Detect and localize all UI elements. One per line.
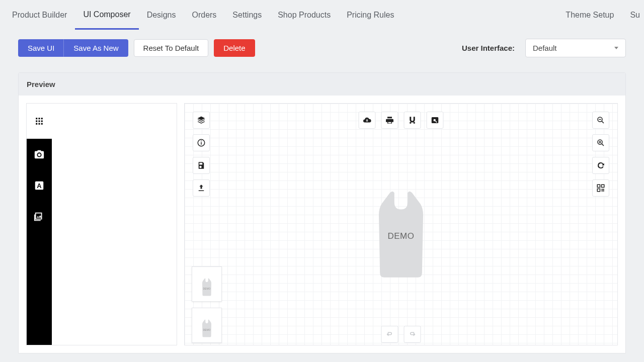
svg-rect-2 — [41, 118, 43, 119]
cloud-download-icon[interactable] — [359, 112, 376, 129]
chevron-down-icon — [614, 47, 618, 49]
thumb-label: DEMO — [203, 287, 211, 290]
magnet-icon[interactable] — [404, 112, 421, 129]
preview-title: Preview — [19, 73, 625, 96]
svg-rect-20 — [597, 189, 600, 192]
save-ui-button[interactable]: Save UI — [18, 39, 64, 57]
zoom-out-icon[interactable] — [592, 112, 609, 129]
svg-rect-4 — [39, 121, 40, 122]
svg-rect-23 — [602, 191, 603, 192]
zoom-in-icon[interactable] — [592, 134, 609, 151]
tool-strip: A — [27, 104, 52, 345]
tab-pricing-rules[interactable]: Pricing Rules — [339, 1, 402, 29]
svg-rect-6 — [36, 123, 37, 125]
thumb-label: DEMO — [203, 328, 211, 331]
left-rail: A — [26, 103, 177, 345]
right-tool-column — [592, 112, 609, 197]
tab-shop-products[interactable]: Shop Products — [270, 1, 339, 29]
tab-orders[interactable]: Orders — [184, 1, 224, 29]
svg-rect-19 — [602, 185, 604, 187]
svg-rect-21 — [602, 189, 603, 190]
save-button-group: Save UI Save As New — [18, 39, 128, 57]
svg-rect-24 — [603, 189, 604, 190]
svg-rect-18 — [597, 185, 600, 187]
svg-rect-0 — [36, 118, 37, 119]
ui-select[interactable]: Default — [525, 39, 626, 57]
qr-icon[interactable] — [592, 179, 609, 197]
left-tool-column — [193, 112, 210, 197]
reset-button[interactable]: Reset To Default — [134, 39, 209, 57]
top-tool-row — [359, 112, 444, 129]
canvas[interactable]: DEMO DEMO DEMO — [184, 103, 618, 345]
product-preview: DEMO — [373, 189, 429, 282]
thumb-front[interactable]: DEMO — [192, 266, 222, 302]
top-nav: Product Builder UI Composer Designs Orde… — [0, 0, 644, 30]
camera-icon[interactable] — [27, 139, 52, 170]
ui-select-label: User Interface: — [462, 44, 515, 52]
svg-rect-7 — [39, 123, 40, 125]
save-icon[interactable] — [193, 157, 210, 174]
tab-settings[interactable]: Settings — [224, 1, 270, 29]
image-icon[interactable] — [27, 201, 52, 232]
svg-rect-12 — [201, 142, 202, 145]
view-thumbnails: DEMO DEMO — [192, 266, 222, 343]
thumb-back[interactable]: DEMO — [192, 308, 222, 343]
redo-icon[interactable] — [404, 326, 421, 343]
svg-rect-3 — [36, 121, 37, 122]
text-icon[interactable]: A — [27, 170, 52, 201]
refresh-icon[interactable] — [592, 157, 609, 174]
tab-theme-setup[interactable]: Theme Setup — [557, 1, 622, 29]
tab-truncated[interactable]: Su — [622, 1, 640, 29]
svg-rect-5 — [41, 121, 43, 122]
layers-icon[interactable] — [193, 112, 210, 129]
upload-icon[interactable] — [193, 179, 210, 197]
svg-rect-22 — [603, 191, 604, 192]
info-icon[interactable] — [193, 134, 210, 151]
undo-icon[interactable] — [381, 326, 398, 343]
svg-rect-1 — [39, 118, 40, 119]
svg-point-15 — [434, 119, 436, 122]
action-bar: Save UI Save As New Reset To Default Del… — [0, 30, 644, 66]
svg-rect-13 — [201, 141, 202, 142]
pageview-icon[interactable] — [427, 112, 444, 129]
apps-icon[interactable] — [27, 104, 52, 139]
delete-button[interactable]: Delete — [214, 39, 255, 57]
svg-text:A: A — [37, 182, 41, 190]
history-row — [381, 326, 421, 343]
ui-select-value: Default — [533, 44, 557, 52]
preview-panel: Preview A — [18, 72, 626, 353]
tab-designs[interactable]: Designs — [139, 1, 184, 29]
print-icon[interactable] — [381, 112, 398, 129]
svg-rect-8 — [41, 123, 43, 125]
save-as-new-button[interactable]: Save As New — [64, 39, 128, 57]
tab-ui-composer[interactable]: UI Composer — [75, 0, 138, 30]
tab-product-builder[interactable]: Product Builder — [4, 1, 75, 29]
demo-label: DEMO — [373, 231, 429, 241]
